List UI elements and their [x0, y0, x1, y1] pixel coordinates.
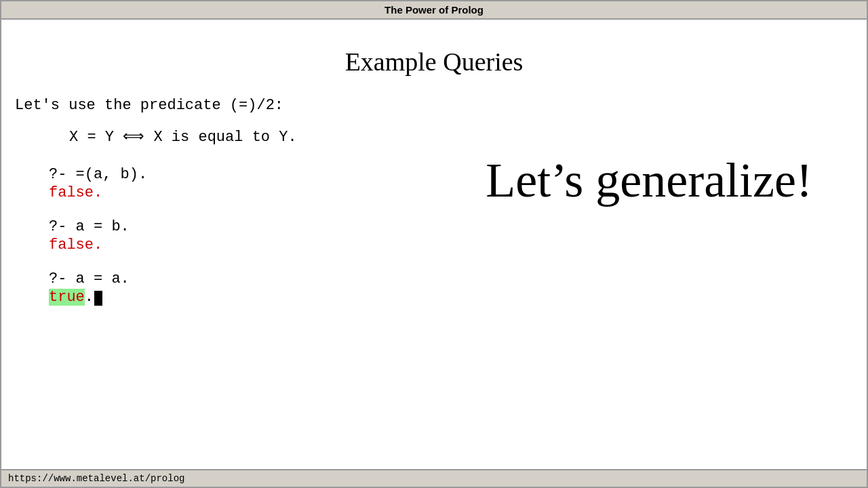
lower-section: ?- =(a, b). false. ?- a = b. false. ?- a… — [15, 166, 853, 323]
query3-result-dot: . — [85, 289, 94, 306]
cursor — [94, 291, 102, 306]
window-title: The Power of Prolog — [384, 4, 484, 16]
page-title: Example Queries — [15, 47, 853, 77]
query3-result-true: true — [49, 289, 85, 306]
query3-result-line: true. — [49, 289, 853, 306]
status-url: https://www.metalevel.at/prolog — [8, 473, 184, 484]
title-bar: The Power of Prolog — [1, 1, 867, 20]
equation-text: X = Y ⟺ X is equal to Y. — [69, 129, 297, 146]
generalize-text: Let’s generalize! — [486, 152, 812, 209]
intro-text: Let's use the predicate (=)/2: — [15, 97, 853, 114]
query3-text: ?- a = a. — [49, 270, 853, 287]
equation-line: X = Y ⟺ X is equal to Y. — [69, 127, 853, 146]
status-bar: https://www.metalevel.at/prolog — [1, 469, 867, 487]
window: The Power of Prolog Example Queries Let'… — [0, 0, 868, 488]
query-block-3: ?- a = a. true. — [49, 270, 853, 306]
content-area: Example Queries Let's use the predicate … — [1, 20, 867, 469]
query2-result: false. — [49, 237, 853, 253]
query2-text: ?- a = b. — [49, 218, 853, 235]
query-block-2: ?- a = b. false. — [49, 218, 853, 253]
